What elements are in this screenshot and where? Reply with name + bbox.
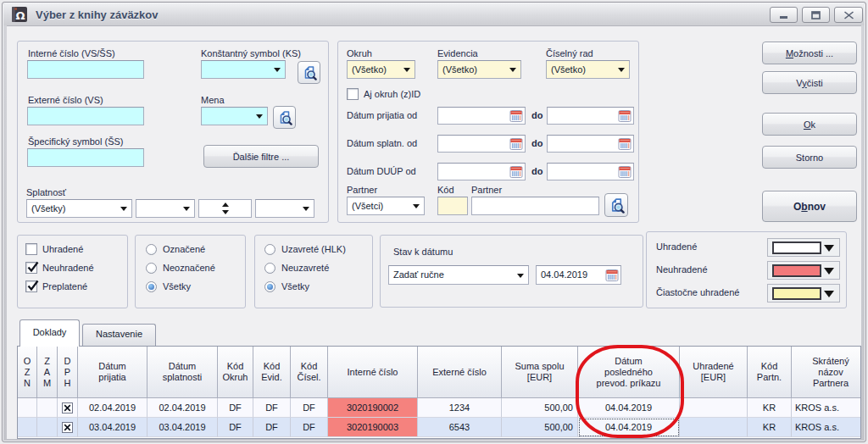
cell-dph[interactable] [58, 418, 78, 437]
splatnost-combo-2[interactable] [136, 199, 195, 218]
cell-datum-splatnosti[interactable]: 02.04.2019 [147, 398, 218, 418]
cell-suma-spolu[interactable]: 500,00 [502, 418, 578, 437]
cell-kod-partn[interactable]: KR [748, 418, 792, 437]
cell-externe-cislo[interactable]: 6543 [418, 418, 502, 437]
calendar-icon[interactable] [509, 165, 523, 179]
cell-kod-cisel[interactable]: DF [291, 418, 328, 437]
cell-kod-partn[interactable]: KR [748, 398, 792, 418]
cell-suma-spolu[interactable]: 500,00 [502, 398, 578, 418]
col-header-datum-prijatia[interactable]: Dátum prijatia [78, 347, 147, 398]
cell-nazov-partnera[interactable]: KROS a.s. [792, 398, 861, 418]
konstantny-symbol-combo[interactable] [201, 60, 286, 79]
splatnost-combo-3[interactable] [255, 199, 314, 218]
cell-kod-evid[interactable]: DF [253, 398, 291, 418]
cell-interne-cislo[interactable]: 3020190003 [328, 418, 418, 437]
storno-button[interactable]: Storno [762, 146, 857, 169]
vsetky-uzavretie-radio[interactable] [264, 281, 275, 292]
spin-down-icon[interactable] [222, 210, 229, 214]
datum-duup-od-input[interactable] [437, 163, 526, 180]
cell-nazov-partnera[interactable]: KROS a.s. [792, 418, 861, 437]
cell-uhradene[interactable] [680, 398, 748, 418]
col-header-suma-spolu[interactable]: Suma spolu [EUR] [502, 347, 578, 398]
col-header-dph[interactable]: D P H [58, 347, 78, 398]
col-header-kod-evid[interactable]: Kód Evid. [253, 347, 291, 398]
col-header-datum-splatnosti[interactable]: Dátum splatnosti [147, 347, 218, 398]
cell-zam[interactable] [37, 418, 58, 437]
kod-input[interactable] [437, 197, 468, 215]
cell-dph[interactable] [58, 398, 78, 418]
partner-combo[interactable]: (Všetci) [347, 197, 425, 215]
close-button[interactable] [834, 7, 863, 23]
cell-datum-prevod[interactable]: 04.04.2019 [578, 398, 680, 418]
minimize-button[interactable] [770, 7, 798, 23]
cell-kod-cisel[interactable]: DF [291, 398, 328, 418]
cell-ozn[interactable] [18, 398, 37, 418]
stav-k-datumu-combo[interactable]: Zadať ručne [388, 265, 529, 285]
konstantny-symbol-lookup-button[interactable] [298, 61, 320, 84]
neuzavrete-radio[interactable] [264, 263, 275, 274]
specificky-symbol-input[interactable] [27, 148, 144, 167]
interne-cislo-input[interactable] [27, 60, 144, 79]
datum-splatn-do-input[interactable] [547, 135, 634, 153]
aj-okruh-checkbox[interactable] [347, 88, 359, 100]
col-header-zam[interactable]: Z A M [37, 347, 58, 398]
mena-combo[interactable] [201, 107, 268, 125]
vsetky-oznacenie-radio[interactable] [146, 281, 157, 292]
ciselny-rad-combo[interactable]: (Všetko) [546, 60, 630, 79]
partner-input[interactable] [471, 197, 599, 215]
cell-uhradene[interactable] [680, 418, 748, 437]
col-header-skrateny-nazov[interactable]: Skrátený názov Partnera [792, 347, 861, 398]
col-header-interne-cislo[interactable]: Interné číslo [328, 347, 418, 398]
stav-datum-input[interactable]: 04.04.2019 [536, 265, 621, 285]
calendar-icon[interactable] [618, 165, 632, 179]
cell-datum-prijatia[interactable]: 03.04.2019 [78, 418, 147, 437]
okruh-combo[interactable]: (Všetko) [347, 60, 415, 79]
col-header-kod-partn[interactable]: Kód Partn. [748, 347, 792, 398]
col-header-ozn[interactable]: O Z N [18, 347, 37, 398]
cell-kod-okruh[interactable]: DF [218, 418, 253, 437]
uhradene-checkbox[interactable] [25, 243, 37, 255]
legend-uhradene-color-combo[interactable] [767, 238, 840, 257]
calendar-icon[interactable] [618, 109, 632, 123]
tab-doklady[interactable]: Doklady [19, 319, 80, 347]
cell-externe-cislo[interactable]: 1234 [418, 398, 502, 418]
maximize-button[interactable] [802, 7, 830, 23]
datum-prijatia-do-input[interactable] [547, 107, 634, 125]
moznosti-button[interactable]: Možnosti ... [762, 42, 857, 64]
vycisti-button[interactable]: Vyčisti [762, 71, 857, 94]
ok-button[interactable]: Ok [762, 113, 857, 136]
datum-splatn-od-input[interactable] [437, 135, 526, 153]
neuhradene-checkbox[interactable] [25, 262, 37, 274]
calendar-icon[interactable] [618, 137, 632, 151]
col-header-kod-okruh[interactable]: Kód Okruh [218, 347, 253, 398]
cell-interne-cislo[interactable]: 3020190002 [328, 398, 418, 418]
preplatene-checkbox[interactable] [25, 280, 37, 292]
mena-lookup-button[interactable] [273, 106, 296, 129]
calendar-icon[interactable] [509, 109, 523, 123]
grid-row-2[interactable]: 03.04.2019 03.04.2019 DF DF DF 302019000… [18, 418, 860, 437]
partner-lookup-button[interactable] [604, 193, 628, 217]
tab-nastavenie[interactable]: Nastavenie [82, 324, 156, 346]
datum-prijatia-od-input[interactable] [437, 107, 526, 125]
grid-row-1[interactable]: 02.04.2019 02.04.2019 DF DF DF 302019000… [18, 398, 860, 418]
col-header-externe-cislo[interactable]: Externé číslo [418, 347, 502, 398]
calendar-icon[interactable] [509, 137, 523, 151]
cell-datum-prevod-selected[interactable]: 04.04.2019 [578, 418, 680, 437]
dalsie-filtre-button[interactable]: Ďalšie filtre ... [203, 145, 319, 168]
evidencia-combo[interactable]: (Všetko) [437, 60, 521, 79]
calendar-icon[interactable] [605, 269, 619, 282]
cell-kod-evid[interactable]: DF [253, 418, 291, 437]
uzavrete-radio[interactable] [264, 244, 275, 255]
obnov-button[interactable]: Obnov [762, 191, 857, 222]
col-header-uhradene[interactable]: Uhradené [EUR] [680, 347, 748, 398]
legend-neuhradene-color-combo[interactable] [767, 261, 840, 280]
datum-duup-do-input[interactable] [547, 163, 634, 180]
neoznacene-radio[interactable] [146, 263, 157, 274]
spin-up-icon[interactable] [222, 203, 229, 207]
cell-ozn[interactable] [18, 418, 37, 437]
col-header-datum-prevod-prikazu[interactable]: Dátum posledného prevod. príkazu [578, 347, 680, 398]
cell-datum-splatnosti[interactable]: 03.04.2019 [147, 418, 218, 437]
externe-cislo-input[interactable] [27, 107, 144, 125]
cell-zam[interactable] [37, 398, 58, 418]
oznacene-radio[interactable] [146, 244, 157, 255]
